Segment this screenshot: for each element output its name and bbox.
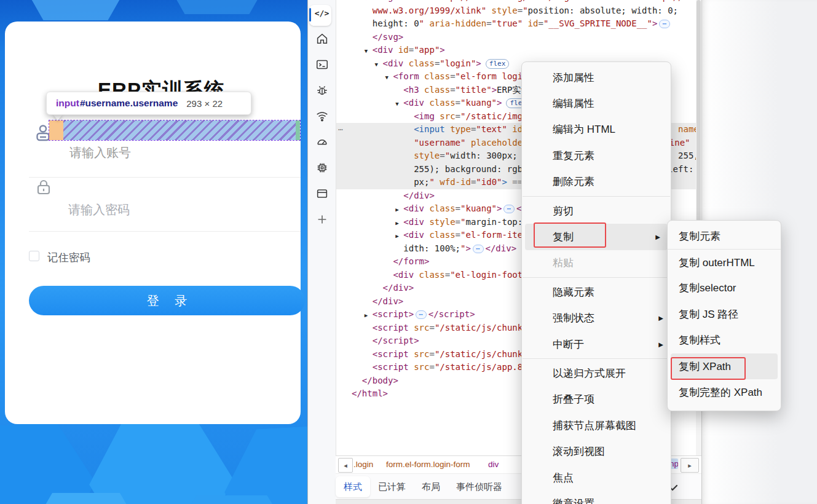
- code-token: style: [414, 151, 440, 160]
- divider: [29, 231, 301, 232]
- username-input[interactable]: 请输入账号: [69, 144, 131, 161]
- console-icon[interactable]: [308, 52, 336, 77]
- code-token: =: [450, 71, 455, 81]
- submenu-item-copy-outerhtml[interactable]: 复制 outerHTML: [668, 249, 781, 275]
- remember-checkbox[interactable]: [29, 251, 39, 261]
- code-token: <div: [403, 217, 424, 227]
- password-input[interactable]: 请输入密码: [68, 202, 130, 218]
- submenu-item-copy-styles[interactable]: 复制样式: [668, 328, 781, 353]
- performance-icon[interactable]: [308, 129, 336, 155]
- menu-item-expand-recursively[interactable]: 以递归方式展开: [522, 360, 671, 386]
- tooltip-arrow: [53, 114, 63, 120]
- breadcrumb-item[interactable]: div: [488, 460, 499, 469]
- menu-item-badge-settings[interactable]: 徽章设置: [522, 490, 671, 504]
- code-token: ": [429, 177, 434, 187]
- menu-item-collapse-children[interactable]: 折叠子项: [522, 387, 671, 412]
- collapsed-content-icon[interactable]: ⋯: [473, 245, 484, 253]
- expand-arrow-icon[interactable]: ▼: [375, 58, 383, 72]
- code-token: name: [668, 124, 696, 134]
- code-token: class: [414, 270, 445, 280]
- code-token: "id0": [476, 177, 502, 187]
- code-token: >: [497, 98, 502, 108]
- login-button[interactable]: 登 录: [29, 286, 305, 315]
- breadcrumb-item[interactable]: form.el-form.login-form: [386, 460, 470, 469]
- menu-item-add-attribute[interactable]: 添加属性: [522, 65, 671, 90]
- submenu-item-copy-element[interactable]: 复制元素: [668, 223, 781, 249]
- annotation-box-copy: [534, 222, 606, 248]
- tab-事件侦听器[interactable]: 事件侦听器: [448, 476, 510, 497]
- menu-item-capture-node-screenshot[interactable]: 捕获节点屏幕截图: [522, 412, 671, 438]
- menu-item-delete-element[interactable]: 删除元素: [522, 169, 671, 195]
- code-line[interactable]: ▼<div id="app">: [344, 44, 696, 57]
- network-icon[interactable]: [308, 103, 336, 129]
- expand-arrow-icon[interactable]: ▶: [395, 230, 403, 243]
- menu-item-hide-element[interactable]: 隐藏元素: [522, 279, 671, 305]
- tab-布局[interactable]: 布局: [414, 476, 448, 497]
- code-token: <div: [373, 45, 393, 55]
- login-page: ERP实训系统 请输入账号 请输入密码 记住密码 登 录: [0, 0, 307, 504]
- code-token: "true": [492, 18, 523, 28]
- code-token: <div: [403, 98, 424, 108]
- breadcrumb-forward-button[interactable]: ▸: [681, 458, 699, 473]
- breadcrumb-item[interactable]: .login: [353, 460, 373, 469]
- indent: [344, 203, 395, 213]
- submenu-item-copy-selector[interactable]: 复制selector: [668, 275, 781, 301]
- expand-arrow-icon[interactable]: ▶: [395, 203, 403, 217]
- code-line[interactable]: </svg>: [344, 31, 696, 44]
- debugger-icon[interactable]: [308, 77, 336, 103]
- menu-item-duplicate-element[interactable]: 重复元素: [522, 143, 671, 168]
- collapsed-content-icon[interactable]: ⋯: [659, 20, 670, 28]
- expand-arrow-icon[interactable]: ▶: [395, 217, 403, 230]
- code-token: >: [440, 45, 444, 55]
- menu-item-label: 粘贴: [553, 256, 574, 270]
- expand-arrow-icon[interactable]: ▼: [365, 45, 373, 58]
- flex-badge[interactable]: flex: [486, 59, 510, 69]
- element-context-menu: 添加属性编辑属性编辑为 HTML重复元素删除元素剪切复制▶粘贴隐藏元素强制状态▶…: [521, 61, 671, 504]
- home-icon[interactable]: [308, 26, 336, 52]
- menu-item-force-state[interactable]: 强制状态▶: [522, 305, 671, 331]
- code-token: </script>: [428, 309, 475, 319]
- submenu-item-copy-full-xpath[interactable]: 复制完整的 XPath: [668, 379, 781, 405]
- expand-arrow-icon[interactable]: ▼: [395, 98, 403, 111]
- menu-item-label: 添加属性: [553, 71, 594, 85]
- submenu-item-copy-js-path[interactable]: 复制 JS 路径: [668, 301, 781, 327]
- tab-样式[interactable]: 样式: [336, 476, 370, 497]
- menu-item-break-on[interactable]: 中断于▶: [522, 331, 671, 357]
- add-tools-icon[interactable]: [308, 207, 336, 232]
- collapsed-content-icon[interactable]: ⋯: [416, 310, 427, 319]
- expand-arrow-icon[interactable]: ▶: [365, 309, 373, 323]
- code-token: wfd-id: [435, 177, 471, 187]
- hexagon-decor: [152, 0, 282, 14]
- line-actions-icon[interactable]: ⋯: [338, 123, 342, 136]
- breadcrumb-back-button[interactable]: ◂: [338, 458, 353, 473]
- login-card: ERP实训系统 请输入账号 请输入密码 记住密码 登 录: [5, 22, 301, 424]
- indent: [344, 230, 395, 240]
- expand-arrow-icon[interactable]: ▼: [385, 71, 393, 85]
- lock-icon: [33, 177, 54, 200]
- code-token: =: [429, 362, 434, 372]
- menu-item-label: 删除元素: [553, 175, 594, 189]
- memory-icon[interactable]: [308, 155, 336, 181]
- application-icon[interactable]: [308, 181, 336, 207]
- menu-item-focus[interactable]: 焦点: [522, 465, 671, 490]
- indent: [344, 138, 406, 148]
- indent: [344, 296, 365, 306]
- code-line[interactable]: height: 0" aria-hidden="true" id="__SVG_…: [344, 17, 696, 31]
- menu-item-cut[interactable]: 剪切: [522, 198, 671, 224]
- code-line[interactable]: www.w3.org/1999/xlink" style="position: …: [344, 4, 696, 18]
- code-token: "http://www.w3.org/2000/svg": [429, 0, 574, 2]
- tooltip-selector-tag: input: [56, 98, 79, 109]
- menu-item-label: 滚动到视图: [553, 444, 605, 459]
- code-token: ": [523, 6, 527, 15]
- indent: [344, 85, 395, 95]
- elements-icon[interactable]: </>: [308, 0, 336, 26]
- menu-item-scroll-into-view[interactable]: 滚动到视图: [522, 438, 671, 464]
- code-token: </div>: [403, 191, 435, 200]
- collapsed-content-icon[interactable]: ⋯: [503, 205, 515, 213]
- code-token: </div>: [373, 296, 404, 306]
- menu-item-edit-as-html[interactable]: 编辑为 HTML: [522, 117, 671, 143]
- menu-item-edit-attribute[interactable]: 编辑属性: [522, 90, 671, 116]
- code-token: idth: 100%;: [403, 243, 460, 253]
- submenu-item-label: 复制selector: [679, 281, 736, 295]
- tab-已计算[interactable]: 已计算: [370, 476, 414, 497]
